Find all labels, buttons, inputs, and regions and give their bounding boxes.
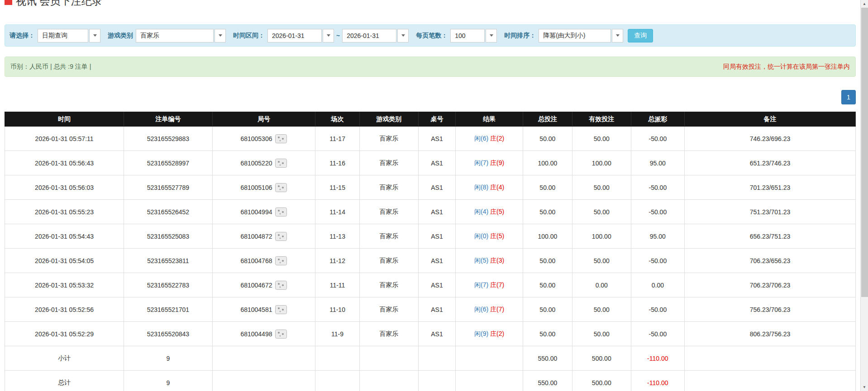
per-page-dropdown[interactable]: 100 (450, 29, 497, 42)
date-from-dropdown[interactable]: 2026-01-31 (267, 29, 334, 42)
page-1-button[interactable]: 1 (841, 90, 856, 104)
vertical-scrollbar[interactable]: ▲ ▼ (860, 0, 868, 391)
summary-bar: 币别：人民币 | 总共 :9 注单 | 同局有效投注，统一计算在该局第一张注单内 (5, 57, 856, 77)
round-number: 681005106 (240, 184, 272, 191)
cell-result: 闲(7) 庄(7) (456, 273, 523, 297)
cell-time: 2026-01-31 05:52:56 (5, 297, 124, 322)
cell-round: 681004768 (212, 249, 315, 273)
chevron-down-icon[interactable] (89, 29, 100, 42)
replay-icon[interactable] (275, 330, 287, 339)
player-result: 闲(8) (474, 184, 488, 191)
table-row: 2026-01-31 05:56:03523165527789681005106… (5, 175, 856, 200)
cell-payout: -50.00 (631, 127, 684, 151)
banker-result: 庄(2) (490, 135, 504, 142)
chevron-down-icon (93, 34, 97, 37)
cell-note: 806.23/756.23 (685, 322, 856, 346)
footer-label: 小计 (5, 346, 124, 371)
cell-game: 百家乐 (359, 224, 418, 249)
chevron-down-icon[interactable] (612, 29, 623, 42)
footer-label: 总计 (5, 371, 124, 391)
cell-note: 701.23/651.23 (685, 175, 856, 200)
chevron-down-icon[interactable] (323, 29, 334, 42)
page-title: 视讯 会员下注纪录 (16, 0, 102, 8)
cell-round: 681004672 (212, 273, 315, 297)
time-range-label: 时间区间： (233, 32, 265, 40)
cell-total-bet: 50.00 (523, 297, 572, 322)
cell-game: 百家乐 (359, 151, 418, 175)
cell-total-bet: 50.00 (523, 175, 572, 200)
table-row: 2026-01-31 05:57:11523165529883681005306… (5, 127, 856, 151)
round-number: 681004994 (240, 208, 272, 216)
chevron-down-icon[interactable] (397, 29, 409, 42)
scrollbar-thumb[interactable] (861, 8, 868, 297)
cell-game: 百家乐 (359, 127, 418, 151)
replay-icon[interactable] (275, 134, 287, 143)
cell-payout: -50.00 (631, 297, 684, 322)
game-type-dropdown[interactable]: 百家乐 (136, 29, 226, 42)
select-type-dropdown[interactable]: 日期查询 (38, 29, 100, 42)
cell-result: 闲(9) 庄(2) (456, 322, 523, 346)
cell-time: 2026-01-31 05:56:03 (5, 175, 124, 200)
replay-icon[interactable] (275, 232, 287, 241)
cell-time: 2026-01-31 05:53:32 (5, 273, 124, 297)
replay-icon[interactable] (275, 183, 287, 192)
replay-icon[interactable] (275, 159, 287, 168)
cell-table: AS1 (418, 249, 456, 273)
round-number: 681004768 (240, 257, 272, 264)
scroll-down-icon[interactable]: ▼ (861, 383, 868, 391)
cell-result: 闲(6) 庄(7) (456, 297, 523, 322)
column-header: 总投注 (523, 112, 572, 127)
query-button[interactable]: 查询 (628, 29, 653, 42)
per-page-value: 100 (450, 29, 485, 42)
time-sort-value: 降冪(由大到小) (539, 29, 611, 42)
cell-valid-bet: 100.00 (572, 151, 631, 175)
cell-time: 2026-01-31 05:54:05 (5, 249, 124, 273)
cell-payout: -50.00 (631, 200, 684, 224)
cell-total-bet: 50.00 (523, 322, 572, 346)
cell-table: AS1 (418, 297, 456, 322)
cell-result: 闲(6) 庄(2) (456, 127, 523, 151)
column-header: 有效投注 (572, 112, 631, 127)
scroll-up-icon[interactable]: ▲ (861, 0, 868, 8)
replay-icon[interactable] (275, 256, 287, 265)
chevron-down-icon[interactable] (486, 29, 497, 42)
round-number: 681004581 (240, 306, 272, 313)
cell-session: 11-17 (315, 127, 360, 151)
cell-valid-bet: 100.00 (572, 224, 631, 249)
chevron-down-icon (490, 34, 493, 37)
chevron-down-icon (401, 34, 405, 37)
replay-icon[interactable] (275, 207, 287, 217)
cell-round: 681004498 (212, 322, 315, 346)
cell-time: 2026-01-31 05:55:23 (5, 200, 124, 224)
replay-icon[interactable] (275, 305, 287, 314)
game-type-label: 游戏类别 (108, 32, 133, 40)
cell-table: AS1 (418, 151, 456, 175)
brand-square-icon (5, 0, 12, 5)
date-to-dropdown[interactable]: 2026-01-31 (342, 29, 409, 42)
cell-round: 681005106 (212, 175, 315, 200)
records-table: 时间注单编号局号场次游戏类别桌号结果总投注有效投注总派彩备注 2026-01-3… (5, 112, 856, 391)
cell-bet-id: 523165529883 (124, 127, 213, 151)
cell-valid-bet: 50.00 (572, 249, 631, 273)
cell-note: 751.23/701.23 (685, 200, 856, 224)
cell-bet-id: 523165527789 (124, 175, 213, 200)
date-to-value: 2026-01-31 (342, 29, 396, 42)
player-result: 闲(6) (474, 135, 488, 142)
table-row: 2026-01-31 05:52:56523165521701681004581… (5, 297, 856, 322)
cell-note: 651.23/746.23 (685, 151, 856, 175)
player-result: 闲(6) (474, 306, 488, 313)
time-sort-dropdown[interactable]: 降冪(由大到小) (539, 29, 623, 42)
cell-table: AS1 (418, 322, 456, 346)
column-header: 桌号 (418, 112, 456, 127)
cell-valid-bet: 50.00 (572, 127, 631, 151)
column-header: 时间 (5, 112, 124, 127)
footer-count: 9 (124, 371, 213, 391)
chevron-down-icon[interactable] (215, 29, 226, 42)
replay-icon[interactable] (275, 281, 287, 290)
round-number: 681004672 (240, 282, 272, 289)
filter-bar: 请选择： 日期查询 游戏类别 百家乐 时间区间： 2026-01-31 ~ 20… (5, 24, 856, 47)
cell-round: 681004581 (212, 297, 315, 322)
cell-round: 681005220 (212, 151, 315, 175)
banker-result: 庄(5) (490, 232, 504, 240)
cell-note: 706.23/706.23 (685, 273, 856, 297)
